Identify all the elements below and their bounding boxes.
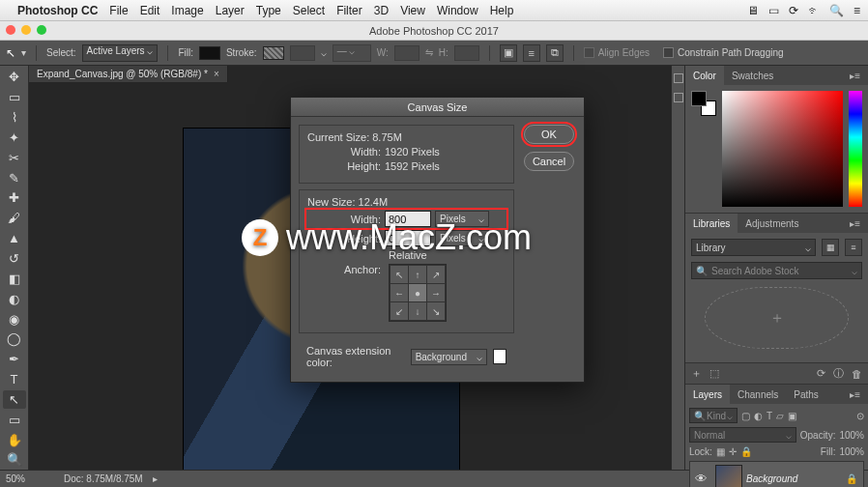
menu-select[interactable]: Select — [293, 4, 325, 17]
status-wifi-icon[interactable]: ᯤ — [808, 4, 820, 17]
layer-filter-kind[interactable]: 🔍Kind⌵ — [689, 408, 738, 423]
stroke-options-chevron[interactable]: ⌵ — [321, 47, 327, 58]
path-arrangement-icon[interactable]: ⧉ — [546, 44, 564, 62]
color-panel-flyout-icon[interactable]: ▸≡ — [781, 66, 868, 85]
select-target-dropdown[interactable]: Active Layers ⌵ — [82, 44, 159, 62]
opacity-value[interactable]: 100% — [839, 430, 864, 441]
foreground-background-swatch[interactable] — [691, 91, 716, 116]
gradient-tool[interactable]: ◐ — [3, 289, 26, 308]
zoom-level[interactable]: 50% — [6, 473, 54, 484]
constrain-checkbox[interactable] — [663, 47, 674, 58]
document-tab[interactable]: Expand_Canvas.jpg @ 50% (RGB/8#) * × — [29, 66, 228, 82]
filter-toggle-icon[interactable]: ⊙ — [856, 411, 864, 421]
layer-name[interactable]: Background — [746, 473, 846, 484]
lasso-tool[interactable]: ⌇ — [3, 108, 26, 128]
path-alignment-icon[interactable]: ≡ — [523, 44, 540, 62]
path-operations-icon[interactable]: ▣ — [500, 44, 517, 62]
filter-shape-icon[interactable]: ▱ — [776, 411, 784, 421]
libraries-trash-icon[interactable]: 🗑 — [852, 368, 862, 380]
crop-tool[interactable]: ✂ — [3, 148, 26, 167]
anchor-se[interactable]: ↘ — [427, 302, 445, 320]
tab-layers[interactable]: Layers — [685, 385, 730, 404]
status-display-icon[interactable]: ▭ — [768, 4, 779, 17]
pen-tool[interactable]: ✒ — [3, 350, 26, 369]
stroke-swatch[interactable] — [263, 46, 284, 60]
library-select[interactable]: Library⌵ — [691, 239, 816, 256]
add-graphic-icon[interactable]: ⬚ — [709, 367, 719, 380]
layers-panel-flyout-icon[interactable]: ▸≡ — [826, 385, 868, 404]
ok-button[interactable]: OK — [524, 125, 574, 144]
history-brush-tool[interactable]: ↺ — [3, 249, 26, 269]
libraries-sync-icon[interactable]: ⟳ — [817, 367, 825, 380]
tab-adjustments[interactable]: Adjustments — [738, 214, 806, 233]
library-list-view-icon[interactable]: ≡ — [845, 239, 862, 256]
menu-layer[interactable]: Layer — [216, 4, 245, 17]
menu-view[interactable]: View — [400, 4, 425, 17]
anchor-s[interactable]: ↓ — [409, 302, 426, 320]
filter-smart-icon[interactable]: ▣ — [788, 411, 796, 421]
menu-edit[interactable]: Edit — [140, 4, 160, 17]
tab-libraries[interactable]: Libraries — [685, 214, 738, 233]
zoom-window-button[interactable] — [37, 25, 46, 35]
layer-fill-value[interactable]: 100% — [839, 446, 864, 457]
foreground-color-swatch[interactable] — [691, 91, 707, 106]
dock-icon-2[interactable] — [674, 93, 683, 102]
fill-swatch[interactable] — [199, 46, 220, 60]
status-sync-icon[interactable]: ⟳ — [789, 4, 798, 17]
anchor-e[interactable]: → — [427, 284, 445, 301]
tab-paths[interactable]: Paths — [786, 385, 826, 404]
quick-select-tool[interactable]: ✦ — [3, 129, 26, 148]
stamp-tool[interactable]: ▲ — [3, 229, 26, 248]
eyedropper-tool[interactable]: ✎ — [3, 168, 26, 187]
library-dropzone[interactable]: ＋ — [705, 287, 849, 349]
menu-type[interactable]: Type — [256, 4, 281, 17]
status-screen-icon[interactable]: 🖥 — [747, 4, 759, 17]
cancel-button[interactable]: Cancel — [524, 152, 574, 171]
path-select-tool[interactable]: ↖ — [3, 390, 26, 410]
menu-3d[interactable]: 3D — [374, 4, 389, 17]
stroke-type-dropdown[interactable]: — ⌵ — [333, 44, 371, 62]
anchor-w[interactable]: ← — [391, 284, 408, 301]
w-field[interactable] — [394, 45, 420, 61]
layer-visibility-icon[interactable]: 👁 — [690, 472, 711, 486]
move-tool[interactable]: ✥ — [3, 68, 26, 87]
h-field[interactable] — [454, 45, 479, 61]
menu-help[interactable]: Help — [490, 4, 514, 17]
lock-position-icon[interactable]: ✛ — [729, 446, 737, 457]
tab-color[interactable]: Color — [685, 66, 724, 85]
filter-type-icon[interactable]: T — [767, 411, 772, 421]
filter-pixel-icon[interactable]: ▢ — [741, 411, 750, 421]
anchor-nw[interactable]: ↖ — [391, 266, 408, 283]
lock-all-icon[interactable]: 🔒 — [740, 446, 752, 457]
menu-window[interactable]: Window — [437, 4, 478, 17]
doc-info[interactable]: Doc: 8.75M/8.75M — [64, 473, 143, 484]
brush-tool[interactable]: 🖌 — [3, 209, 26, 228]
move-tool-icon[interactable]: ↖ — [6, 46, 15, 60]
search-stock-input[interactable]: 🔍 Search Adobe Stock ⌵ — [691, 262, 862, 279]
blur-tool[interactable]: ◉ — [3, 309, 26, 329]
dodge-tool[interactable]: ◯ — [3, 329, 26, 349]
tab-channels[interactable]: Channels — [730, 385, 786, 404]
color-field[interactable] — [722, 91, 843, 207]
shape-tool[interactable]: ▭ — [3, 410, 26, 429]
libraries-panel-flyout-icon[interactable]: ▸≡ — [806, 214, 868, 233]
zoom-tool[interactable]: 🔍 — [3, 450, 26, 470]
anchor-sw[interactable]: ↙ — [391, 302, 408, 320]
doc-info-chevron[interactable]: ▸ — [153, 473, 158, 484]
hand-tool[interactable]: ✋ — [3, 430, 26, 449]
close-window-button[interactable] — [6, 25, 15, 35]
layer-row-background[interactable]: 👁 Background 🔒 — [689, 461, 864, 487]
filter-adjust-icon[interactable]: ◐ — [754, 411, 763, 421]
tool-preset-chevron[interactable]: ▾ — [21, 47, 26, 58]
menu-image[interactable]: Image — [171, 4, 203, 17]
type-tool[interactable]: T — [3, 370, 26, 389]
stroke-width-field[interactable] — [290, 45, 315, 61]
menu-filter[interactable]: Filter — [336, 4, 362, 17]
align-edges-checkbox[interactable] — [584, 47, 594, 58]
link-wh-icon[interactable]: ⇋ — [425, 47, 433, 58]
marquee-tool[interactable]: ▭ — [3, 88, 26, 107]
blend-mode-select[interactable]: Normal⌵ — [689, 427, 796, 443]
layer-thumbnail[interactable] — [715, 465, 742, 487]
anchor-center[interactable]: ● — [409, 284, 426, 301]
library-grid-view-icon[interactable]: ▦ — [822, 239, 839, 256]
